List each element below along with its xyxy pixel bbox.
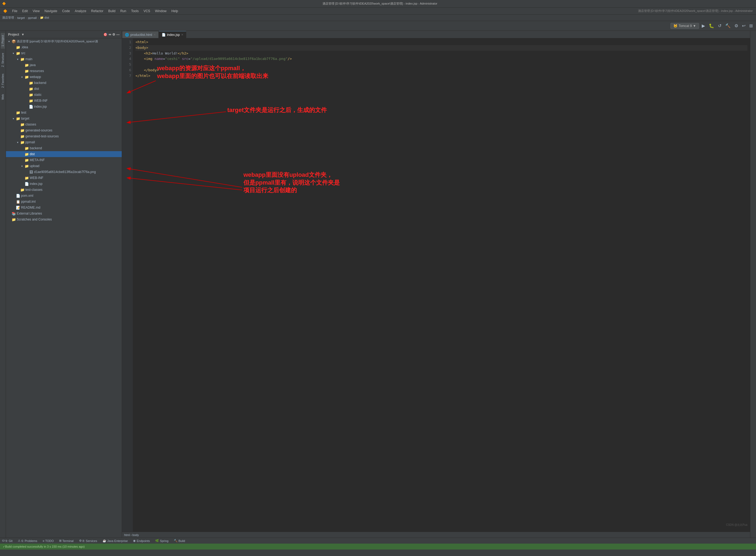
menu-item-vcs[interactable]: VCS	[141, 9, 152, 13]
build-status-icon: ✓	[3, 545, 5, 549]
tree-item-meta-inf[interactable]: 📁META-INF	[6, 157, 122, 163]
tree-item-name: classes	[25, 123, 122, 126]
tree-item-icon: 📁	[24, 158, 29, 162]
editor-tab-productlist-html[interactable]: 🌐 productlist.html ✕	[122, 31, 159, 38]
status-item-build[interactable]: 🔨Build	[173, 538, 186, 544]
right-sidebar-tabs	[750, 31, 756, 537]
settings-button[interactable]: ⚙	[733, 23, 739, 29]
watermark: CSDN @北北Pua	[726, 523, 747, 527]
tree-item-d1ae9095a6614cbe813f6a1bcab7f76a-png[interactable]: 🖼d1ae9095a6614cbe813f6a1bcab7f76a.png	[6, 169, 122, 175]
tree-item-external-libraries[interactable]: 📚External Libraries	[6, 211, 122, 216]
breadcrumb-item-3[interactable]: 📁 dist	[40, 16, 49, 20]
menu-item-file[interactable]: File	[10, 9, 20, 13]
menu-item-window[interactable]: Window	[153, 9, 169, 13]
tree-item-test-classes[interactable]: 📁test-classes	[6, 187, 122, 193]
run-button[interactable]: ▶	[701, 23, 706, 29]
tree-item-dist[interactable]: 📁dist	[6, 151, 122, 157]
tree-item-web-inf[interactable]: 📁WEB-INF	[6, 98, 122, 104]
tree-item-pom-xml[interactable]: 📄pom.xml	[6, 193, 122, 199]
left-tab-project[interactable]: 1: Project	[1, 33, 5, 48]
layout-button[interactable]: ⊞	[748, 23, 754, 29]
tree-item-static[interactable]: 📁static	[6, 92, 122, 98]
collapse-icon[interactable]: ⇔	[108, 33, 111, 36]
tree-item-generated-test-sources[interactable]: 📁generated-test-sources	[6, 133, 122, 139]
tree-item-scratches-and-consoles[interactable]: 📁Scratches and Consoles	[6, 216, 122, 222]
tree-item-index-jsp[interactable]: 📄index.jsp	[6, 181, 122, 187]
build-button[interactable]: 🔨	[724, 23, 732, 29]
tree-item-ppmall-iml[interactable]: 📋ppmall.iml	[6, 199, 122, 205]
tree-item-test[interactable]: 📁test	[6, 110, 122, 115]
breadcrumb-item-2[interactable]: ppmall	[28, 16, 36, 20]
left-tab-favorites[interactable]: 2: Favorites	[1, 72, 5, 90]
tree-item-backend[interactable]: 📁backend	[6, 80, 122, 86]
menu-item-refactor[interactable]: Refactor	[89, 9, 106, 13]
toolbar-area: 🐱 Tomcat 9 ▼ ▶ 🐛 ↺ 🔨 ⚙ ↩ ⊞	[0, 21, 756, 31]
breadcrumb-item-1[interactable]: target	[17, 16, 25, 20]
tree-item-backend[interactable]: 📁backend	[6, 145, 122, 151]
tree-item-target[interactable]: ▾📁target	[6, 115, 122, 121]
menu-item-analyze[interactable]: Analyze	[73, 9, 89, 13]
menu-item-run[interactable]: Run	[118, 9, 129, 13]
status-item-8--services[interactable]: ⚙8: Services	[78, 538, 98, 544]
menu-item-view[interactable]: View	[31, 9, 42, 13]
tree-item-index-jsp[interactable]: 📄index.jsp	[6, 104, 122, 110]
gear-icon[interactable]: ⚙	[112, 33, 115, 36]
editor-tab-index-jsp[interactable]: 📄 index.jsp ✕	[159, 31, 186, 38]
menu-item-help[interactable]: Help	[169, 9, 180, 13]
line-number-4: 4	[124, 56, 131, 62]
tree-root-name: 酒店管理 [ppmall] D:\软件\学习软件\IDEA2020\work_s…	[17, 39, 122, 43]
status-item-terminal[interactable]: ⊞Terminal	[58, 538, 75, 544]
breadcrumb-item-0[interactable]: 酒店管理	[2, 16, 14, 20]
menu-item-edit[interactable]: Edit	[20, 9, 30, 13]
tree-item-upload[interactable]: ▾📁upload	[6, 163, 122, 169]
tree-item-webapp[interactable]: ▾📁webapp	[6, 74, 122, 80]
tree-item-icon: 📁	[11, 217, 16, 221]
main-content-area: 🌐 productlist.html ✕ 📄 index.jsp ✕ 12345…	[122, 31, 750, 537]
tree-item-name: src	[21, 51, 122, 55]
tree-item-web-inf[interactable]: 📁WEB-INF	[6, 175, 122, 181]
menu-item-tools[interactable]: Tools	[129, 9, 141, 13]
tree-item-generated-sources[interactable]: 📁generated-sources	[6, 128, 122, 133]
tree-item-icon: 📄	[24, 182, 29, 186]
menu-item-code[interactable]: Code	[60, 9, 72, 13]
editor-status-bar: html › body	[122, 532, 750, 537]
project-dropdown-icon[interactable]: ▼	[21, 33, 25, 36]
tree-item-name: generated-test-sources	[25, 134, 122, 138]
vcs-button[interactable]: ↩	[741, 23, 747, 29]
tree-root[interactable]: ▾ 📦 酒店管理 [ppmall] D:\软件\学习软件\IDEA2020\wo…	[6, 38, 122, 44]
debug-button[interactable]: 🐛	[708, 23, 715, 29]
status-item-spring[interactable]: 🌿Spring	[154, 538, 170, 544]
tree-item-name: .idea	[21, 45, 122, 49]
tab-close-btn[interactable]: ✕	[181, 33, 183, 36]
project-header-icons: 🎯 ⇔ ⚙ —	[103, 33, 119, 36]
status-item-java-enterprise[interactable]: ☕Java Enterprise	[101, 538, 129, 544]
tree-item-dist[interactable]: 📁dist	[6, 86, 122, 92]
left-tab-web[interactable]: Web	[1, 92, 5, 102]
menu-item-build[interactable]: Build	[106, 9, 118, 13]
tree-item-readme-md[interactable]: 📝README.md	[6, 205, 122, 211]
tree-item--idea[interactable]: 📁.idea	[6, 44, 122, 50]
tree-item-ppmall[interactable]: ▾📁ppmall	[6, 139, 122, 145]
status-item-9--git[interactable]: ⛁9: Git	[1, 538, 13, 544]
code-content[interactable]: <html><body> <h2>Hello World!</h2> <img …	[133, 38, 750, 532]
refresh-button[interactable]: ↺	[717, 23, 723, 29]
status-item-6--problems[interactable]: ⚠6: Problems	[17, 538, 38, 544]
tree-item-icon: 📁	[29, 93, 33, 97]
tree-item-resources[interactable]: 📁resources	[6, 68, 122, 74]
tree-item-src[interactable]: ▾📁src	[6, 50, 122, 56]
tree-item-main[interactable]: ▾📁main	[6, 56, 122, 62]
minimize-icon[interactable]: —	[116, 33, 119, 36]
status-label: 9: Git	[5, 539, 12, 543]
toolbar-right: 🐱 Tomcat 9 ▼ ▶ 🐛 ↺ 🔨 ⚙ ↩ ⊞	[671, 23, 754, 29]
left-tab-structure[interactable]: Z: Structure	[1, 51, 5, 69]
tomcat-button[interactable]: 🐱 Tomcat 9 ▼	[671, 23, 699, 29]
tree-item-classes[interactable]: 📁classes	[6, 121, 122, 128]
menu-item-navigate[interactable]: Navigate	[42, 9, 59, 13]
tree-item-java[interactable]: 📁java	[6, 62, 122, 68]
locate-icon[interactable]: 🎯	[103, 33, 107, 36]
status-item-endpoints[interactable]: ◉Endpoints	[132, 538, 151, 544]
tab-close-btn[interactable]: ✕	[153, 33, 156, 36]
tree-item-icon: 📁	[16, 116, 21, 120]
code-editor[interactable]: 1234567 <html><body> <h2>Hello World!</h…	[122, 38, 750, 532]
status-item-todo[interactable]: ≡TODO	[41, 538, 55, 544]
